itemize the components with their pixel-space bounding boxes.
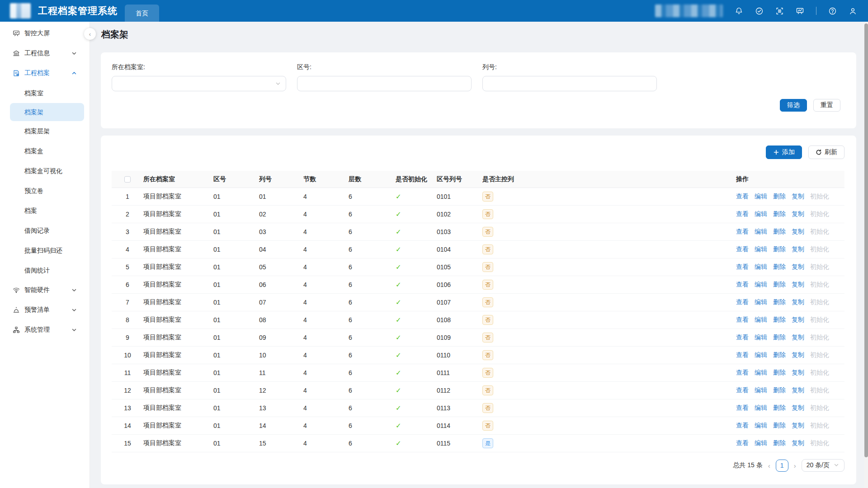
action-edit[interactable]: 编辑	[755, 210, 767, 218]
action-copy[interactable]: 复制	[792, 439, 804, 447]
action-edit[interactable]: 编辑	[755, 386, 767, 394]
action-delete[interactable]: 删除	[773, 439, 786, 447]
action-copy[interactable]: 复制	[792, 333, 804, 342]
page-size-select[interactable]: 20 条/页	[802, 459, 844, 472]
page-scrollbar[interactable]	[864, 22, 868, 488]
action-view[interactable]: 查看	[736, 281, 749, 289]
action-view[interactable]: 查看	[736, 369, 749, 377]
action-view[interactable]: 查看	[736, 228, 749, 236]
action-view[interactable]: 查看	[736, 210, 749, 218]
action-edit[interactable]: 编辑	[755, 351, 767, 359]
user-icon[interactable]	[849, 7, 857, 15]
sidebar-item-archive-box-visualization[interactable]: 档案盒可视化	[0, 161, 90, 181]
action-view[interactable]: 查看	[736, 263, 749, 271]
zone-input[interactable]	[297, 76, 472, 91]
sidebar-item-borrow-records[interactable]: 借阅记录	[0, 221, 90, 240]
help-icon[interactable]	[828, 7, 837, 15]
action-view[interactable]: 查看	[736, 422, 749, 430]
action-copy[interactable]: 复制	[792, 210, 804, 218]
action-edit[interactable]: 编辑	[755, 263, 767, 271]
action-edit[interactable]: 编辑	[755, 228, 767, 236]
sidebar-item-system-management[interactable]: 系统管理	[0, 320, 90, 340]
action-copy[interactable]: 复制	[792, 404, 804, 412]
action-view[interactable]: 查看	[736, 192, 749, 201]
action-view[interactable]: 查看	[736, 333, 749, 342]
presentation-icon[interactable]	[796, 7, 804, 15]
prev-page-arrow[interactable]: ‹	[767, 462, 771, 469]
scrollbar-thumb[interactable]	[864, 23, 868, 457]
sidebar-item-pre-filing-volume[interactable]: 预立卷	[0, 181, 90, 201]
action-delete[interactable]: 删除	[773, 404, 786, 412]
action-view[interactable]: 查看	[736, 298, 749, 306]
action-view[interactable]: 查看	[736, 386, 749, 394]
action-delete[interactable]: 删除	[773, 422, 786, 430]
action-delete[interactable]: 删除	[773, 333, 786, 342]
action-copy[interactable]: 复制	[792, 192, 804, 201]
action-delete[interactable]: 删除	[773, 281, 786, 289]
action-edit[interactable]: 编辑	[755, 439, 767, 447]
sidebar-item-smart-screen[interactable]: 智控大屏	[0, 23, 90, 43]
next-page-arrow[interactable]: ›	[793, 462, 797, 469]
action-delete[interactable]: 删除	[773, 263, 786, 271]
action-view[interactable]: 查看	[736, 404, 749, 412]
action-delete[interactable]: 删除	[773, 245, 786, 253]
sidebar-item-archive-shelf[interactable]: 档案架	[10, 103, 84, 121]
cell-room: 项目部档案室	[143, 351, 213, 359]
bell-icon[interactable]	[735, 7, 743, 15]
archive-room-select[interactable]	[112, 76, 286, 91]
action-copy[interactable]: 复制	[792, 298, 804, 306]
action-edit[interactable]: 编辑	[755, 422, 767, 430]
sidebar-item-project-archive[interactable]: 工程档案	[0, 63, 90, 83]
action-edit[interactable]: 编辑	[755, 281, 767, 289]
action-edit[interactable]: 编辑	[755, 369, 767, 377]
action-view[interactable]: 查看	[736, 351, 749, 359]
sidebar-item-alert-list[interactable]: 预警清单	[0, 300, 90, 320]
action-delete[interactable]: 删除	[773, 298, 786, 306]
reset-button[interactable]: 重置	[813, 99, 840, 112]
action-delete[interactable]: 删除	[773, 351, 786, 359]
sidebar-item-project-info[interactable]: 工程信息	[0, 43, 90, 63]
action-edit[interactable]: 编辑	[755, 245, 767, 253]
action-copy[interactable]: 复制	[792, 422, 804, 430]
action-edit[interactable]: 编辑	[755, 333, 767, 342]
action-copy[interactable]: 复制	[792, 245, 804, 253]
sidebar-item-archives[interactable]: 档案	[0, 201, 90, 221]
current-page-button[interactable]: 1	[776, 460, 788, 472]
sidebar-collapse-button[interactable]: ‹	[84, 28, 96, 40]
action-delete[interactable]: 删除	[773, 210, 786, 218]
action-delete[interactable]: 删除	[773, 228, 786, 236]
action-copy[interactable]: 复制	[792, 369, 804, 377]
sidebar-item-batch-scan-return[interactable]: 批量扫码归还	[0, 240, 90, 260]
sidebar-item-borrow-statistics[interactable]: 借阅统计	[0, 260, 90, 280]
action-delete[interactable]: 删除	[773, 316, 786, 324]
action-copy[interactable]: 复制	[792, 316, 804, 324]
action-view[interactable]: 查看	[736, 439, 749, 447]
action-edit[interactable]: 编辑	[755, 192, 767, 201]
action-copy[interactable]: 复制	[792, 281, 804, 289]
action-delete[interactable]: 删除	[773, 369, 786, 377]
action-delete[interactable]: 删除	[773, 386, 786, 394]
sidebar-item-archive-room[interactable]: 档案室	[0, 83, 90, 103]
scan-icon[interactable]	[775, 7, 784, 15]
action-delete[interactable]: 删除	[773, 192, 786, 201]
tab-home[interactable]: 首页	[125, 5, 159, 22]
refresh-button[interactable]: 刷新	[808, 145, 844, 159]
action-view[interactable]: 查看	[736, 245, 749, 253]
action-copy[interactable]: 复制	[792, 228, 804, 236]
action-view[interactable]: 查看	[736, 316, 749, 324]
action-edit[interactable]: 编辑	[755, 316, 767, 324]
filter-button[interactable]: 筛选	[780, 99, 807, 112]
action-edit[interactable]: 编辑	[755, 404, 767, 412]
action-edit[interactable]: 编辑	[755, 298, 767, 306]
select-all-checkbox[interactable]	[124, 176, 131, 183]
sidebar-item-archive-box[interactable]: 档案盒	[0, 141, 90, 161]
column-input[interactable]	[482, 76, 657, 91]
sidebar-item-smart-hardware[interactable]: 智能硬件	[0, 280, 90, 300]
action-initialize: 初始化	[810, 351, 829, 359]
action-copy[interactable]: 复制	[792, 386, 804, 394]
action-copy[interactable]: 复制	[792, 263, 804, 271]
check-circle-icon[interactable]	[755, 7, 764, 15]
add-button[interactable]: 添加	[766, 145, 802, 159]
sidebar-item-archive-layer-shelf[interactable]: 档案层架	[0, 121, 90, 141]
action-copy[interactable]: 复制	[792, 351, 804, 359]
